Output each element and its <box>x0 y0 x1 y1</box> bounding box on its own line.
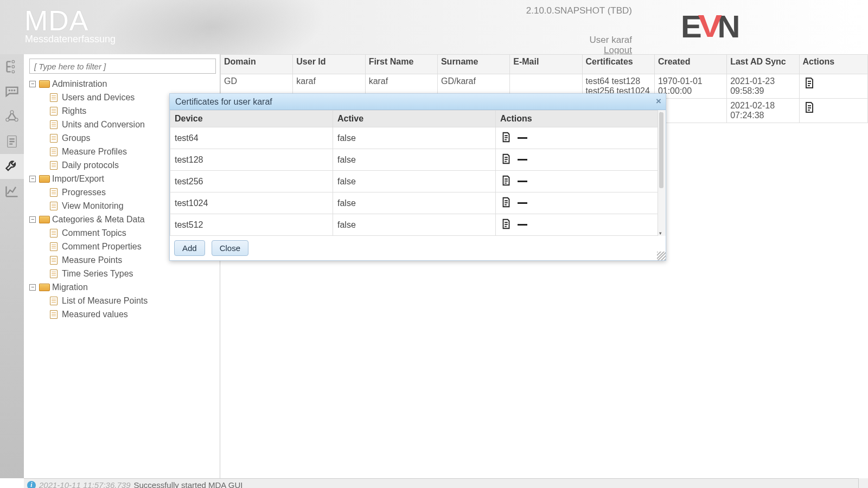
grid-column-header[interactable]: Last AD Sync <box>727 55 799 74</box>
collapse-icon[interactable]: − <box>29 284 36 291</box>
cert-active-cell: false <box>333 149 496 171</box>
document-icon <box>50 188 58 197</box>
tree-item[interactable]: List of Measure Points <box>26 294 220 307</box>
dialog-resize-handle[interactable] <box>657 252 666 260</box>
tree-item-label: Progresses <box>62 188 106 197</box>
cert-remove-icon[interactable] <box>518 181 527 182</box>
cert-row[interactable]: test128false <box>170 149 658 171</box>
collapse-icon[interactable]: − <box>29 176 36 182</box>
grid-column-header[interactable]: Certificates <box>582 55 654 74</box>
rail-tree-icon[interactable] <box>0 54 24 79</box>
cert-document-icon[interactable] <box>500 153 512 167</box>
cert-device-cell: test64 <box>170 127 333 149</box>
tree-group[interactable]: −Administration <box>26 77 220 91</box>
cert-remove-icon[interactable] <box>518 202 527 204</box>
document-icon <box>50 134 58 143</box>
status-bar: i 2021-10-11 11:57:36.739 Successfully s… <box>24 478 868 488</box>
svg-point-5 <box>14 90 15 91</box>
app-subtitle: Messdatenerfassung <box>25 34 116 45</box>
document-icon <box>50 242 58 251</box>
dialog-add-button[interactable]: Add <box>174 240 205 256</box>
tree-filter-input[interactable] <box>29 59 216 74</box>
dialog-vertical-scrollbar[interactable]: ▴ ▾ <box>658 110 666 236</box>
dialog-titlebar[interactable]: Certificates for user karaf × <box>170 94 666 110</box>
cert-document-icon[interactable] <box>500 175 512 189</box>
cert-document-icon[interactable] <box>500 218 512 232</box>
cert-action-cell <box>496 214 658 236</box>
tree-item-label: Groups <box>62 133 90 143</box>
tree-group-label: Import/Export <box>52 174 104 184</box>
document-icon <box>50 147 58 156</box>
app-header: MDA Messdatenerfassung 2.10.0.SNAPSHOT (… <box>0 0 868 54</box>
brand-logo: EVN <box>681 11 768 43</box>
dialog-column-header[interactable]: Actions <box>496 111 658 127</box>
cert-row[interactable]: test256false <box>170 171 658 192</box>
cert-action-cell <box>496 127 658 149</box>
collapse-icon[interactable]: − <box>29 81 36 87</box>
cert-action-cell <box>496 171 658 192</box>
cert-active-cell: false <box>333 192 496 214</box>
app-title: MDA <box>24 4 89 37</box>
cert-device-cell: test256 <box>170 171 333 192</box>
grid-column-header[interactable]: User Id <box>293 55 365 74</box>
row-action-document-icon[interactable] <box>803 76 816 89</box>
cert-device-cell: test512 <box>170 214 333 236</box>
rail-chat-icon[interactable] <box>0 79 24 104</box>
tree-item-label: View Monitoring <box>62 201 124 211</box>
tree-item-label: Measure Points <box>62 255 122 265</box>
cert-active-cell: false <box>333 171 496 192</box>
cert-row[interactable]: test64false <box>170 127 658 149</box>
tree-item-label: Measured values <box>62 310 128 319</box>
tree-item[interactable]: Measured values <box>26 307 220 321</box>
cert-row[interactable]: test1024false <box>170 192 658 214</box>
user-label: User karaf <box>590 35 632 46</box>
grid-column-header[interactable]: Created <box>654 55 726 74</box>
dialog-close-button[interactable]: Close <box>212 240 248 256</box>
cert-remove-icon[interactable] <box>518 137 527 139</box>
dialog-column-header[interactable]: Active <box>333 111 496 127</box>
tree-item[interactable]: Time Series Types <box>26 267 220 280</box>
svg-point-1 <box>12 66 15 68</box>
grid-action-cell <box>799 99 868 123</box>
tree-item-label: Measure Profiles <box>62 147 127 157</box>
grid-column-header[interactable]: E-Mail <box>510 55 582 74</box>
cert-row[interactable]: test512false <box>170 214 658 236</box>
cert-remove-icon[interactable] <box>518 224 527 226</box>
cert-action-cell <box>496 149 658 171</box>
document-icon <box>50 107 58 115</box>
tree-group-label: Migration <box>52 282 88 292</box>
dialog-title: Certificates for user karaf <box>175 97 272 107</box>
grid-cell: 2021-02-18 07:24:38 <box>727 99 799 123</box>
tree-item-label: Users and Devices <box>62 93 135 102</box>
cert-remove-icon[interactable] <box>518 159 527 160</box>
cert-active-cell: false <box>333 127 496 149</box>
dialog-column-header[interactable]: Device <box>170 111 333 127</box>
collapse-icon[interactable]: − <box>29 216 36 223</box>
tree-group[interactable]: −Migration <box>26 280 220 294</box>
grid-column-header[interactable]: First Name <box>365 55 437 74</box>
svg-point-4 <box>11 90 12 91</box>
row-action-document-icon[interactable] <box>803 101 816 114</box>
cert-document-icon[interactable] <box>500 131 512 145</box>
rail-wrench-icon[interactable] <box>0 154 24 179</box>
rail-document-icon[interactable] <box>0 129 24 154</box>
tree-group-label: Categories & Meta Data <box>52 215 145 224</box>
tree-item-label: Units and Conversion <box>62 120 145 130</box>
tree-item-label: Comment Topics <box>62 228 126 238</box>
grid-column-header[interactable]: Domain <box>221 55 293 74</box>
cert-document-icon[interactable] <box>500 196 512 210</box>
logout-link[interactable]: Logout <box>604 45 632 54</box>
document-icon <box>50 93 58 102</box>
cert-action-cell <box>496 192 658 214</box>
rail-network-icon[interactable] <box>0 104 24 129</box>
grid-column-header[interactable]: Surname <box>437 55 509 74</box>
dialog-close-icon[interactable]: × <box>656 96 661 107</box>
rail-chart-icon[interactable] <box>0 179 24 204</box>
status-timestamp: 2021-10-11 11:57:36.739 <box>39 480 130 488</box>
grid-column-header[interactable]: Actions <box>799 55 868 74</box>
document-icon <box>50 202 58 210</box>
cert-active-cell: false <box>333 214 496 236</box>
tree-group-label: Administration <box>52 79 107 89</box>
document-icon <box>50 297 58 305</box>
folder-icon <box>39 175 49 183</box>
